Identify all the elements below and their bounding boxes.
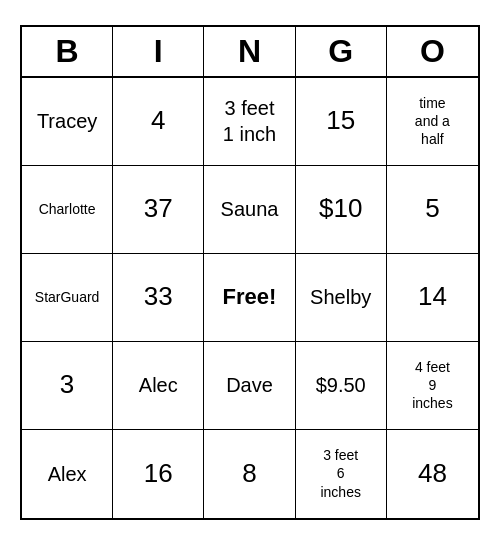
cell-r2-c3: Shelby (296, 254, 387, 342)
cell-r4-c4: 48 (387, 430, 478, 518)
cell-r1-c0: Charlotte (22, 166, 113, 254)
cell-r0-c0: Tracey (22, 78, 113, 166)
cell-r3-c3: $9.50 (296, 342, 387, 430)
cell-r2-c1: 33 (113, 254, 204, 342)
cell-r0-c4: timeand ahalf (387, 78, 478, 166)
header-cell-g: G (296, 27, 387, 76)
cell-r3-c4: 4 feet9inches (387, 342, 478, 430)
cell-r3-c2: Dave (204, 342, 295, 430)
cell-r1-c4: 5 (387, 166, 478, 254)
cell-r4-c0: Alex (22, 430, 113, 518)
cell-r2-c2: Free! (204, 254, 295, 342)
cell-r1-c3: $10 (296, 166, 387, 254)
cell-r2-c0: StarGuard (22, 254, 113, 342)
header-cell-i: I (113, 27, 204, 76)
cell-r1-c1: 37 (113, 166, 204, 254)
cell-r1-c2: Sauna (204, 166, 295, 254)
cell-r4-c1: 16 (113, 430, 204, 518)
cell-r0-c1: 4 (113, 78, 204, 166)
bingo-header: BINGO (22, 27, 478, 78)
cell-r0-c3: 15 (296, 78, 387, 166)
header-cell-n: N (204, 27, 295, 76)
cell-r2-c4: 14 (387, 254, 478, 342)
cell-r3-c1: Alec (113, 342, 204, 430)
header-cell-o: O (387, 27, 478, 76)
cell-r4-c3: 3 feet6inches (296, 430, 387, 518)
cell-r4-c2: 8 (204, 430, 295, 518)
bingo-grid: Tracey43 feet1 inch15timeand ahalfCharlo… (22, 78, 478, 518)
header-cell-b: B (22, 27, 113, 76)
cell-r3-c0: 3 (22, 342, 113, 430)
bingo-card: BINGO Tracey43 feet1 inch15timeand ahalf… (20, 25, 480, 520)
cell-r0-c2: 3 feet1 inch (204, 78, 295, 166)
